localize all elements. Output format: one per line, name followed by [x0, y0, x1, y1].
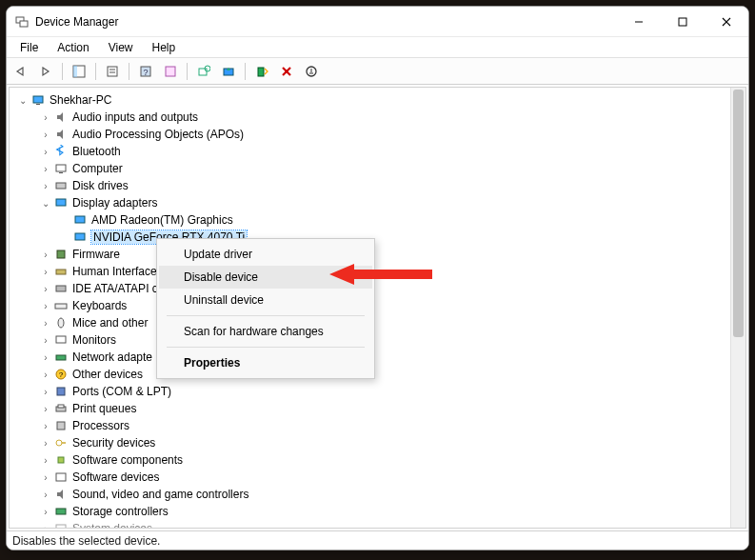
chevron-right-icon[interactable]: ›	[38, 370, 53, 380]
cm-scan-hardware[interactable]: Scan for hardware changes	[159, 320, 372, 343]
properties-button[interactable]	[102, 61, 123, 82]
svg-rect-24	[59, 172, 63, 173]
tree-item-software-components[interactable]: › Software components	[10, 451, 730, 469]
chevron-right-icon[interactable]: ›	[38, 250, 53, 260]
software-icon	[53, 470, 69, 485]
chevron-right-icon[interactable]: ›	[38, 181, 53, 191]
status-text: Disables the selected device.	[12, 534, 160, 548]
chevron-right-icon[interactable]: ›	[38, 147, 53, 157]
keyboard-icon	[53, 298, 69, 313]
chevron-right-icon[interactable]: ›	[38, 455, 53, 466]
tree-item-sound[interactable]: › Sound, video and game controllers	[10, 486, 730, 503]
menu-file[interactable]: File	[10, 39, 48, 56]
audio-icon	[53, 127, 69, 142]
toolbar-button-5[interactable]	[160, 61, 181, 82]
menu-action[interactable]: Action	[48, 39, 98, 56]
chevron-right-icon[interactable]: ›	[38, 404, 53, 414]
tree-item-bluetooth[interactable]: › Bluetooth	[10, 143, 730, 160]
menu-view[interactable]: View	[99, 39, 143, 56]
system-icon	[53, 521, 69, 528]
tree-item-amd-radeon[interactable]: AMD Radeon(TM) Graphics	[10, 211, 730, 229]
forward-button[interactable]	[35, 61, 56, 82]
svg-rect-31	[56, 286, 66, 291]
close-button[interactable]	[705, 7, 748, 37]
tree-item-processors[interactable]: › Processors	[10, 417, 730, 434]
tree-item-system[interactable]: › System devices	[10, 520, 730, 528]
component-icon	[53, 452, 69, 468]
svg-rect-27	[75, 216, 85, 223]
app-icon	[14, 14, 30, 30]
computer-icon	[53, 161, 69, 176]
tree-item-audio-inputs[interactable]: › Audio inputs and outputs	[10, 109, 730, 126]
svg-rect-34	[56, 336, 66, 343]
chevron-down-icon[interactable]: ⌄	[38, 198, 53, 209]
enable-device-button[interactable]	[251, 61, 272, 82]
minimize-button[interactable]	[617, 7, 661, 37]
disable-device-button[interactable]	[301, 61, 322, 82]
tree-item-disk-drives[interactable]: › Disk drives	[10, 177, 730, 194]
show-hide-tree-button[interactable]	[69, 61, 89, 82]
uninstall-device-button[interactable]	[276, 61, 297, 82]
scan-hardware-button[interactable]	[193, 61, 214, 82]
chevron-right-icon[interactable]: ›	[38, 387, 53, 397]
cm-separator	[167, 347, 365, 348]
tree-item-print[interactable]: › Print queues	[10, 400, 730, 417]
tree-item-apos[interactable]: › Audio Processing Objects (APOs)	[10, 126, 730, 143]
other-icon: ?	[53, 367, 69, 382]
chevron-right-icon[interactable]: ›	[38, 318, 53, 329]
chevron-down-icon[interactable]: ⌄	[15, 95, 30, 106]
tree-root[interactable]: ⌄ Shekhar-PC	[10, 91, 730, 109]
scrollbar-thumb[interactable]	[733, 90, 744, 337]
chevron-right-icon[interactable]: ›	[38, 164, 53, 174]
chevron-right-icon[interactable]: ›	[38, 438, 53, 449]
toolbar: ?	[7, 58, 748, 85]
tree-item-software-devices[interactable]: › Software devices	[10, 469, 730, 486]
back-button[interactable]	[10, 61, 31, 82]
svg-rect-45	[56, 473, 66, 481]
display-icon	[53, 195, 69, 210]
monitor-icon	[53, 332, 69, 348]
tree-item-ports[interactable]: › Ports (COM & LPT)	[10, 383, 730, 400]
tree-item-storage[interactable]: › Storage controllers	[10, 503, 730, 520]
chevron-right-icon[interactable]: ›	[38, 130, 53, 140]
cm-uninstall-device[interactable]: Uninstall device	[159, 289, 372, 311]
device-manager-window: Device Manager File Action View Help	[6, 6, 749, 550]
update-driver-button[interactable]	[218, 61, 239, 82]
display-icon	[72, 212, 88, 228]
cm-disable-device[interactable]: Disable device	[159, 266, 372, 289]
chevron-right-icon[interactable]: ›	[38, 507, 53, 517]
chevron-right-icon[interactable]: ›	[38, 301, 53, 311]
display-icon	[72, 230, 88, 245]
chevron-right-icon[interactable]: ›	[38, 352, 53, 363]
chevron-right-icon[interactable]: ›	[38, 267, 53, 277]
svg-rect-47	[56, 525, 66, 528]
svg-rect-8	[108, 67, 117, 76]
vertical-scrollbar[interactable]	[730, 88, 745, 528]
cm-separator	[167, 315, 365, 316]
svg-rect-7	[73, 66, 77, 77]
svg-rect-44	[58, 457, 64, 463]
svg-rect-41	[57, 422, 65, 430]
svg-rect-32	[55, 304, 67, 309]
svg-text:?: ?	[59, 370, 64, 379]
menubar: File Action View Help	[7, 37, 748, 58]
chevron-right-icon[interactable]: ›	[38, 472, 53, 483]
menu-help[interactable]: Help	[143, 39, 186, 56]
storage-icon	[53, 504, 69, 519]
chevron-right-icon[interactable]: ›	[38, 421, 53, 431]
maximize-button[interactable]	[661, 7, 705, 37]
tree-item-computer[interactable]: › Computer	[10, 160, 730, 177]
chevron-right-icon[interactable]: ›	[38, 112, 53, 123]
chevron-right-icon[interactable]: ›	[38, 524, 53, 529]
cm-properties[interactable]: Properties	[159, 351, 372, 374]
chevron-right-icon[interactable]: ›	[38, 490, 53, 500]
tree-item-display-adapters[interactable]: ⌄ Display adapters	[10, 194, 730, 211]
svg-point-42	[56, 440, 62, 446]
audio-icon	[53, 487, 69, 502]
chevron-right-icon[interactable]: ›	[38, 335, 53, 346]
help-button[interactable]: ?	[135, 61, 156, 82]
titlebar: Device Manager	[7, 7, 748, 37]
chevron-right-icon[interactable]: ›	[38, 284, 53, 294]
tree-item-security[interactable]: › Security devices	[10, 434, 730, 451]
cm-update-driver[interactable]: Update driver	[159, 243, 372, 266]
